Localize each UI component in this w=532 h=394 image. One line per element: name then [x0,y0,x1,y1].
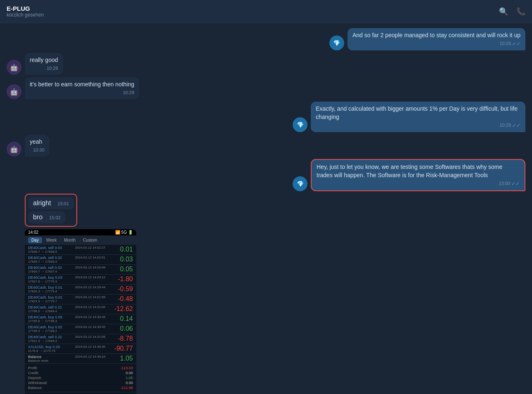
summary-label: Credit: [28,371,39,375]
trade-bottom-nav: 📊 Quotes 📈 Chart 💱 Trade 🕐 History ⚙️ Se… [25,392,136,394]
status-time: 14:02 [28,230,38,235]
trade-pair: XAUUSD, buy 0.29 [28,345,67,349]
trade-date: 2024.03.12 14:21:58 [67,295,113,303]
trade-date: 2024.03.12 14:29:44 [67,285,113,293]
tab-month[interactable]: Month [61,237,79,243]
call-icon[interactable]: 📞 [516,7,525,16]
summary-row: Profit: -113.03 [28,366,133,370]
summary-balance: -111.98 [120,386,133,390]
trade-prices: 17827.8 → 17770.3 [28,280,67,283]
trade-pair: DE40Cash, sell 0.02 [28,256,67,260]
message-text: it's better to earn something then nothi… [30,81,134,88]
summary-deposit: 1.05 [125,376,133,380]
trade-pl: 0.03 [113,256,133,263]
trade-pl: -0.59 [113,285,133,293]
trade-pl: 0.06 [113,325,133,333]
chat-title: E-PLUG [7,5,44,12]
message-bubble: really good 10:28 [25,53,63,75]
trade-prices: 17838.7 → 17838.5 [28,250,67,254]
message-time: 13:00 [499,180,510,187]
message-bubble: yeah 10:30 [25,135,50,157]
message-text: bro [33,214,43,221]
message-row: Hey, just to let you know, we are testin… [7,159,525,191]
message-bubble: Exactly, and calculated with bigger amou… [311,102,525,132]
trade-screenshot: 14:02 📶 5G 🔋 Day Week Month Custom DE40C… [25,229,136,394]
trade-pl: -0.48 [113,295,133,303]
trade-prices: 17839.7 → 17838.3 [28,260,67,263]
trade-pl: -8.78 [113,335,133,343]
trade-date: 2024.03.12 14:30:45 [67,325,113,333]
trade-date: 2024.03.12 14:31:06 [67,305,113,313]
trade-prices: Balance reset [28,359,67,363]
trade-row: DE40Cash, buy 0.03 17827.8 → 17770.3 202… [25,275,136,285]
trade-prices: 17823.9 → 17779.7 [28,299,67,303]
trade-prices: 17826.3 → 17775.4 [28,290,67,293]
summary-label: Profit: [28,366,38,370]
summary-label: Withdrawal: [28,381,47,385]
message-time: 10:30 [33,147,45,153]
trade-pl: -90.77 [113,345,133,353]
message-row: Exactly, and calculated with bigger amou… [7,102,525,132]
trade-date: 2024.03.12 14:02:27 [67,246,113,254]
summary-credit: 0.00 [125,371,133,375]
trade-row: DE40Cash, buy 0.01 17826.3 → 17775.4 202… [25,285,136,294]
summary-label: Balance: [28,386,43,390]
trade-pair: DE40Cash, sell 0.02 [28,266,67,270]
message-time: 15:01 [58,201,69,206]
message-text: Hey, just to let you know, we are testin… [317,164,502,178]
tab-day[interactable]: Day [28,237,42,243]
trade-date: 2024.03.12 14:40:18 [67,355,113,363]
chat-subtitle: kürzlich gesehen [7,12,44,18]
read-receipt: ✓✓ [512,122,520,129]
trade-row: Balance Balance reset 2024.03.12 14:40:1… [25,354,136,364]
trade-prices: 17812.9 → 17849.4 [28,339,67,343]
avatar: 💎 [293,176,307,191]
trade-row: DE40Cash, sell 0.22 17812.9 → 17849.4 20… [25,334,136,344]
message-footer: 10:29 ✓✓ [316,122,520,129]
trade-date: 2024.03.12 14:29:12 [67,275,113,283]
summary-row: Credit: 0.00 [28,370,133,375]
message-time: 15:02 [49,215,61,220]
trade-pair: DE40Cash, sell 0.03 [28,246,67,250]
trade-date: 2024.03.12 14:30:48 [67,315,113,323]
trade-list: DE40Cash, sell 0.03 17838.7 → 17838.5 20… [25,245,136,364]
tab-week[interactable]: Week [43,237,60,243]
summary-label: Deposit: [28,376,42,380]
message-text: alright [33,199,51,207]
trade-pl: 0.05 [113,266,133,273]
trade-row: XAUUSD, buy 0.29 2176.9 → 2173.79 2024.0… [25,344,136,354]
message-text: really good [30,57,58,63]
trade-pair: DE40Cash, sell 0.22 [28,335,67,339]
message-text: Exactly, and calculated with bigger amou… [316,105,518,120]
trade-pair: DE40Cash, buy 0.03 [28,275,67,280]
summary-row: Balance: -111.98 [28,385,133,390]
trade-pair: Balance [28,355,67,359]
read-receipt: ✓✓ [512,40,520,47]
trade-date: 2024.03.12 14:03:08 [67,266,113,273]
trade-date: 2024.03.12 14:38:36 [67,345,113,353]
trade-row: DE40Cash, sell 0.03 17838.7 → 17838.5 20… [25,245,136,255]
avatar: 💎 [293,117,307,132]
status-bar: 14:02 📶 5G 🔋 [25,229,136,235]
period-tabs: Day Week Month Custom [25,235,136,245]
trade-date: 2024.03.12 14:31:58 [67,335,113,343]
summary-row: Deposit: 1.05 [28,375,133,380]
message-footer: 10:30 [30,147,45,153]
search-icon[interactable]: 🔍 [499,7,508,16]
trade-pl: 0.01 [113,246,133,254]
trade-row: DE40Cash, sell 0.02 17839.7 → 17837.4 20… [25,265,136,275]
trade-summary: Profit: -113.03 Credit: 0.00 Deposit: 1.… [25,364,136,392]
highlighted-group: alright 15:01 bro 15:02 [25,194,77,227]
summary-withdrawal: 0.00 [125,381,133,385]
trade-pair: DE40Cash, buy 0.05 [28,315,67,319]
header-info: E-PLUG kürzlich gesehen [7,5,44,18]
summary-row: Withdrawal: 0.00 [28,380,133,385]
tab-custom[interactable]: Custom [80,237,100,243]
avatar: 🤖 [7,142,21,157]
message-time: 10:26 [499,40,511,47]
message-footer: 13:00 ✓✓ [317,180,520,188]
message-bubble: it's better to earn something then nothi… [25,77,139,99]
trade-prices: 17839.7 → 17837.4 [28,270,67,273]
message-text: And so far 2 people managed to stay cons… [352,32,520,38]
message-time: 10:28 [47,65,58,71]
